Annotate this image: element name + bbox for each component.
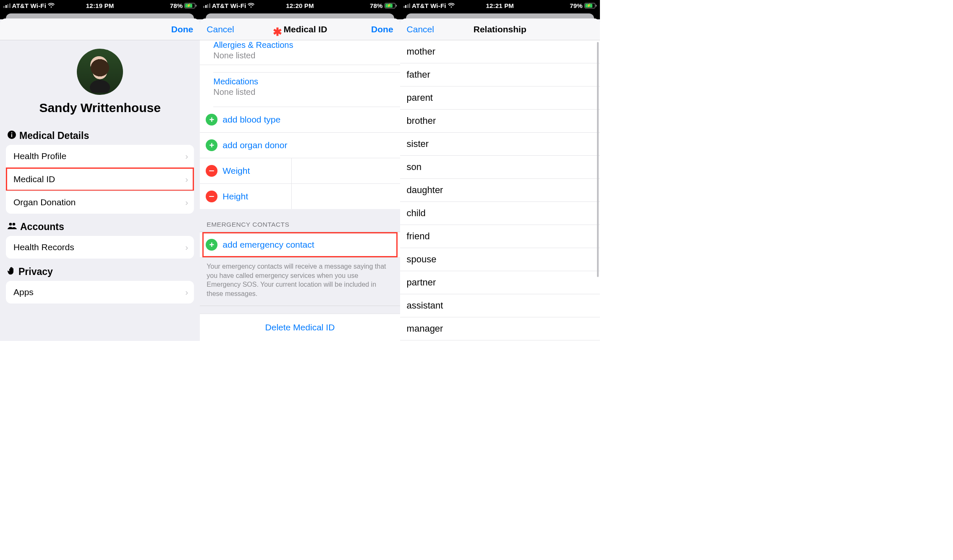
field-label: Allergies & Reactions xyxy=(213,40,393,50)
row-health-records[interactable]: Health Records › xyxy=(6,236,194,259)
row-label: Medical ID xyxy=(13,174,55,184)
row-label: Apps xyxy=(13,287,34,297)
row-label: Organ Donation xyxy=(13,197,76,207)
svg-point-2 xyxy=(11,132,13,133)
chevron-right-icon: › xyxy=(185,287,188,297)
add-blood-type-button[interactable]: + add blood type xyxy=(200,107,400,133)
profile-name: Sandy Writtenhouse xyxy=(0,101,200,115)
row-label: Health Records xyxy=(13,242,74,252)
row-label: Health Profile xyxy=(13,151,66,161)
field-value: None listed xyxy=(213,87,393,97)
remove-height-button[interactable]: Height xyxy=(200,184,292,209)
nav-bar: Cancel Relationship xyxy=(400,18,600,40)
status-bar: AT&T Wi-Fi 12:19 PM 78% ⚡ xyxy=(0,0,200,11)
relationship-option[interactable]: child xyxy=(400,202,600,225)
delete-medical-id-button[interactable]: Delete Medical ID xyxy=(200,314,400,341)
clock-label: 12:20 PM xyxy=(200,2,400,9)
field-label: Medications xyxy=(213,77,393,86)
add-emergency-contact-button[interactable]: + add emergency contact xyxy=(200,232,400,258)
svg-point-3 xyxy=(9,223,12,226)
plus-icon: + xyxy=(206,139,217,151)
relationship-option[interactable]: mother xyxy=(400,40,600,63)
people-icon xyxy=(8,222,17,232)
row-apps[interactable]: Apps › xyxy=(6,281,194,304)
done-button[interactable]: Done xyxy=(171,24,194,34)
scroll-indicator[interactable] xyxy=(597,42,599,277)
svg-point-4 xyxy=(13,223,16,226)
hand-icon xyxy=(8,267,15,277)
relationship-option[interactable]: parent xyxy=(400,86,600,110)
chevron-right-icon: › xyxy=(185,197,188,207)
footer-note: Your emergency contacts will receive a m… xyxy=(200,258,400,306)
relationship-option[interactable]: father xyxy=(400,63,600,86)
chevron-right-icon: › xyxy=(185,242,188,252)
row-medical-id[interactable]: Medical ID › xyxy=(6,167,194,191)
relationship-option[interactable]: brother xyxy=(400,110,600,133)
relationship-option[interactable]: friend xyxy=(400,225,600,248)
plus-icon: + xyxy=(206,239,217,251)
height-value-cell[interactable] xyxy=(292,184,400,209)
field-value: None listed xyxy=(213,51,393,60)
info-icon xyxy=(8,131,16,141)
row-label: Weight xyxy=(223,166,250,176)
relationship-option[interactable]: son xyxy=(400,156,600,179)
field-allergies[interactable]: Allergies & Reactions None listed xyxy=(200,40,400,65)
section-header-accounts: Accounts xyxy=(0,214,200,236)
relationship-option[interactable]: daughter xyxy=(400,179,600,202)
field-medications[interactable]: Medications None listed xyxy=(200,73,400,101)
clock-label: 12:19 PM xyxy=(0,2,200,9)
row-health-profile[interactable]: Health Profile › xyxy=(6,145,194,167)
relationship-option[interactable]: partner xyxy=(400,271,600,294)
section-header-privacy: Privacy xyxy=(0,259,200,281)
battery-icon: ⚡ xyxy=(385,3,397,8)
row-label: add organ donor xyxy=(223,140,287,150)
chevron-right-icon: › xyxy=(185,151,188,161)
profile-avatar[interactable] xyxy=(77,49,123,95)
minus-icon xyxy=(206,191,217,202)
battery-icon: ⚡ xyxy=(184,3,196,8)
nav-bar: Done xyxy=(0,18,200,40)
relationship-option[interactable]: assistant xyxy=(400,294,600,317)
add-organ-donor-button[interactable]: + add organ donor xyxy=(200,133,400,158)
section-header-emergency: EMERGENCY CONTACTS xyxy=(200,209,400,232)
cancel-button[interactable]: Cancel xyxy=(207,24,234,34)
row-organ-donation[interactable]: Organ Donation › xyxy=(6,191,194,214)
status-bar: AT&T Wi-Fi 12:21 PM 79% ⚡ xyxy=(400,0,600,11)
nav-bar: Cancel ✱ Medical ID Done xyxy=(200,18,400,40)
row-label: add emergency contact xyxy=(223,240,314,250)
svg-rect-1 xyxy=(11,134,12,137)
done-button[interactable]: Done xyxy=(371,24,393,34)
remove-weight-button[interactable]: Weight xyxy=(200,158,292,184)
relationship-option[interactable]: spouse xyxy=(400,248,600,271)
weight-value-cell[interactable] xyxy=(292,158,400,184)
row-label: Height xyxy=(223,191,248,201)
battery-icon: ⚡ xyxy=(584,3,597,8)
section-header-medical-details: Medical Details xyxy=(0,123,200,145)
minus-icon xyxy=(206,165,217,177)
cancel-button[interactable]: Cancel xyxy=(407,24,434,34)
plus-icon: + xyxy=(206,114,217,126)
relationship-option[interactable]: sister xyxy=(400,133,600,156)
chevron-right-icon: › xyxy=(185,174,188,184)
status-bar: AT&T Wi-Fi 12:20 PM 78% ⚡ xyxy=(200,0,400,11)
relationship-option[interactable]: manager xyxy=(400,317,600,340)
clock-label: 12:21 PM xyxy=(400,2,600,9)
row-label: add blood type xyxy=(223,115,280,125)
